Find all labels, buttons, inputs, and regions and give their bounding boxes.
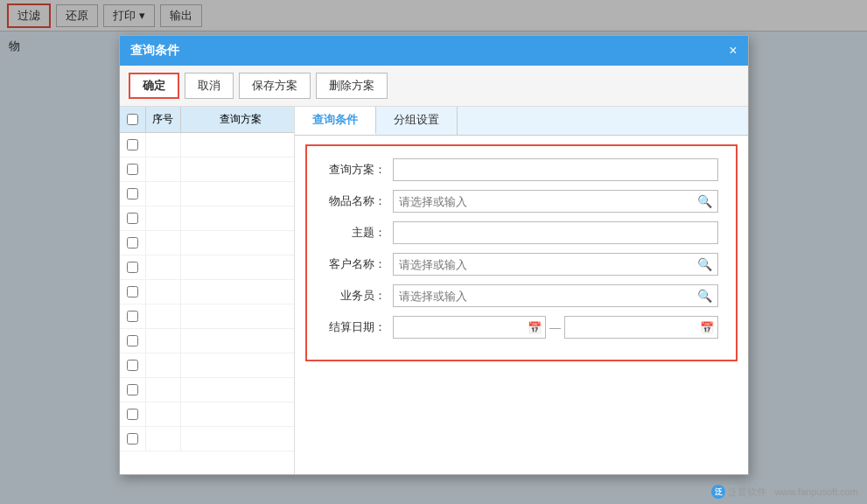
left-panel-header: 序号 查询方案 xyxy=(120,107,294,133)
header-check-col xyxy=(120,107,146,132)
list-item xyxy=(120,304,294,329)
list-item xyxy=(120,133,294,158)
header-name-col: 查询方案 xyxy=(181,112,294,127)
label-salesman: 业务员： xyxy=(325,288,386,304)
date-end-input[interactable]: 📅 xyxy=(564,316,718,339)
delete-plan-button[interactable]: 删除方案 xyxy=(316,73,388,99)
row-checkbox[interactable] xyxy=(127,409,138,420)
form-row-subject: 主题： xyxy=(325,221,718,244)
left-panel-rows xyxy=(120,133,294,452)
row-checkbox[interactable] xyxy=(127,237,138,248)
modal-overlay: 查询条件 × 确定 取消 保存方案 删除方案 序号 查询方案 xyxy=(0,0,867,504)
input-subject[interactable] xyxy=(393,221,718,244)
watermark: 泛 泛普软件 www.fanpusoft.com xyxy=(711,485,858,499)
search-customer-icon[interactable]: 🔍 xyxy=(692,257,717,271)
header-no-col: 序号 xyxy=(146,107,181,132)
list-item xyxy=(120,182,294,206)
watermark-logo: 泛 xyxy=(711,485,725,499)
input-salesman[interactable] xyxy=(394,290,692,303)
list-item xyxy=(120,378,294,402)
select-all-checkbox[interactable] xyxy=(127,114,138,125)
label-plan: 查询方案： xyxy=(325,162,386,178)
form-row-customer: 客户名称： 🔍 xyxy=(325,253,718,276)
modal-close-button[interactable]: × xyxy=(729,44,737,58)
row-checkbox[interactable] xyxy=(127,262,138,273)
calendar-end-icon[interactable]: 📅 xyxy=(700,321,714,334)
label-customer: 客户名称： xyxy=(325,256,386,272)
tab-group-settings[interactable]: 分组设置 xyxy=(376,107,458,135)
input-plan[interactable] xyxy=(393,158,718,181)
date-row: 📅 — 📅 xyxy=(393,316,718,339)
row-checkbox[interactable] xyxy=(127,286,138,298)
form-row-item-name: 物品名称： 🔍 xyxy=(325,190,718,213)
watermark-text: 泛普软件 www.fanpusoft.com xyxy=(728,486,858,499)
list-item xyxy=(120,231,294,256)
input-item-name-wrapper: 🔍 xyxy=(393,190,718,213)
list-item xyxy=(120,354,294,378)
tabs: 查询条件 分组设置 xyxy=(295,107,748,136)
left-panel: 序号 查询方案 xyxy=(120,107,295,474)
save-plan-button[interactable]: 保存方案 xyxy=(239,73,311,99)
right-panel: 查询条件 分组设置 查询方案： 物品名称： 🔍 xyxy=(295,107,748,474)
row-checkbox[interactable] xyxy=(127,384,138,396)
modal-title: 查询条件 xyxy=(130,43,179,59)
row-checkbox[interactable] xyxy=(127,360,138,371)
input-customer[interactable] xyxy=(394,258,692,271)
row-checkbox[interactable] xyxy=(127,311,138,322)
row-checkbox[interactable] xyxy=(127,433,138,444)
tab-query-conditions[interactable]: 查询条件 xyxy=(295,107,376,135)
list-item xyxy=(120,256,294,280)
list-item xyxy=(120,329,294,354)
row-checkbox[interactable] xyxy=(127,164,138,175)
list-item xyxy=(120,280,294,304)
row-checkbox[interactable] xyxy=(127,139,138,150)
list-item xyxy=(120,402,294,427)
confirm-button[interactable]: 确定 xyxy=(129,73,179,99)
date-separator: — xyxy=(549,321,561,334)
row-checkbox[interactable] xyxy=(127,188,138,200)
search-salesman-icon[interactable]: 🔍 xyxy=(692,289,717,303)
list-item xyxy=(120,158,294,182)
modal-dialog: 查询条件 × 确定 取消 保存方案 删除方案 序号 查询方案 xyxy=(119,35,749,475)
cancel-button[interactable]: 取消 xyxy=(185,73,234,99)
list-item xyxy=(120,206,294,231)
row-checkbox[interactable] xyxy=(127,213,138,224)
label-date: 结算日期： xyxy=(325,319,386,335)
form-row-plan: 查询方案： xyxy=(325,158,718,181)
input-item-name[interactable] xyxy=(394,195,692,208)
modal-actions: 确定 取消 保存方案 删除方案 xyxy=(120,66,748,107)
search-item-name-icon[interactable]: 🔍 xyxy=(692,194,717,208)
label-item-name: 物品名称： xyxy=(325,193,386,209)
calendar-start-icon[interactable]: 📅 xyxy=(528,321,542,334)
row-checkbox[interactable] xyxy=(127,335,138,346)
form-area: 查询方案： 物品名称： 🔍 主题： xyxy=(305,144,738,361)
date-start-input[interactable]: 📅 xyxy=(393,316,547,339)
list-item xyxy=(120,427,294,452)
form-row-salesman: 业务员： 🔍 xyxy=(325,284,718,307)
input-salesman-wrapper: 🔍 xyxy=(393,284,718,307)
input-customer-wrapper: 🔍 xyxy=(393,253,718,276)
label-subject: 主题： xyxy=(325,225,386,241)
modal-header: 查询条件 × xyxy=(120,36,748,66)
form-row-date: 结算日期： 📅 — 📅 xyxy=(325,316,718,339)
modal-body: 序号 查询方案 xyxy=(120,107,748,474)
